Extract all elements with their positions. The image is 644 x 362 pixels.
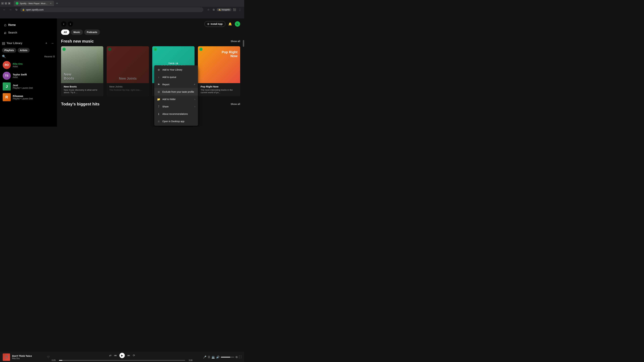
new-boots-card[interactable]: ♫ NewBoots New Boots New musi [61, 46, 103, 96]
new-joints-desc: The freshest hip-hop, right now... [109, 89, 146, 91]
fresh-music-section: Fresh new music Show all ♫ NewBoots [57, 36, 244, 99]
rita-ora-meta: Artist [13, 65, 54, 68]
tab-close-button[interactable]: ✕ [49, 2, 52, 5]
forward-nav-button[interactable]: › [68, 21, 73, 27]
context-menu-about[interactable]: ℹ About recommendations [154, 110, 198, 118]
context-menu-add-queue[interactable]: ↓ Add to queue [154, 73, 198, 81]
url-bar[interactable]: 🔒 open.spotify.com [20, 7, 203, 12]
external-link-icon: ↗ [194, 83, 195, 86]
filter-pills-bar: All Music Podcasts [57, 27, 244, 36]
library-item-taylor-swift[interactable]: TS Taylor Swift Artist [1, 70, 56, 81]
todays-biggest-show-all[interactable]: Show all [230, 103, 240, 105]
fresh-music-show-all[interactable]: Show all [230, 40, 240, 42]
sidebar-item-home[interactable]: ⌂ Home [2, 21, 55, 29]
artists-filter-tab[interactable]: Artists [18, 48, 30, 53]
report-icon: ⚑ [157, 83, 160, 86]
extensions-button[interactable]: ⬛ [232, 7, 237, 12]
lock-icon: 🔒 [22, 8, 25, 11]
context-menu-exclude-taste[interactable]: ⊖ Exclude from your taste profile [154, 88, 198, 95]
library-item-just[interactable]: J Just Playlist • Lauren Deli [1, 81, 56, 92]
browser-tab[interactable]: Spotify - Web Player: Music for... ✕ [14, 1, 54, 6]
new-joints-info: New Joints The freshest hip-hop, right n… [107, 83, 149, 94]
share-label: Share [162, 105, 192, 108]
context-menu-add-folder[interactable]: 📁 Add to folder › [154, 95, 198, 103]
sidebar-item-search[interactable]: ⌕ Search [2, 29, 55, 36]
pop-right-now-art: ♫ Pop RightNow [198, 46, 240, 83]
context-menu-share[interactable]: ⤴ Share › [154, 103, 198, 110]
browser-menu-button[interactable]: ⋮ [238, 7, 242, 12]
bookmark-button[interactable]: ☆ [206, 7, 211, 12]
tab-title: Spotify - Web Player: Music for... [20, 2, 48, 5]
app-container: ⌂ Home ⌕ Search ▤ Your Library + → Playl… [0, 18, 244, 127]
browser-actions: ☆ ⧉ 🕵 Incognito ⬛ ⋮ [206, 7, 242, 12]
incognito-icon: 🕵 [218, 8, 221, 11]
todays-biggest-header: Today's biggest hits Show all [61, 102, 240, 106]
new-boots-info: New Boots New music discovery is what we… [61, 83, 103, 96]
just-name: Just [13, 84, 54, 87]
new-joints-art: ♫ New Joints [107, 46, 149, 83]
incognito-label: Incognito [222, 8, 230, 11]
minimize-button[interactable]: – [1, 2, 4, 4]
install-app-button[interactable]: ⊙ Install App [204, 21, 226, 27]
tab-bar: Spotify - Web Player: Music for... ✕ + [12, 0, 61, 6]
filter-all-button[interactable]: All [61, 29, 70, 35]
fresh-music-header: Fresh new music Show all [61, 39, 240, 43]
library-header: ▤ Your Library + → [0, 39, 57, 47]
refresh-button[interactable]: ↻ [14, 7, 19, 12]
library-item-rita-ora[interactable]: RO Rita Ora Artist [1, 60, 56, 70]
just-info: Just Playlist • Lauren Deli [13, 84, 54, 89]
new-tab-button[interactable]: + [55, 1, 59, 6]
search-nav-icon: ⌕ [4, 30, 6, 35]
sidebar-home-label: Home [8, 23, 16, 26]
just-meta: Playlist • Lauren Deli [13, 87, 54, 89]
exclude-taste-icon: ⊖ [157, 90, 160, 93]
expand-library-button[interactable]: → [50, 40, 55, 46]
back-button[interactable]: ← [2, 7, 7, 12]
new-joints-name: New Joints [109, 85, 146, 88]
scrollbar-thumb[interactable] [243, 40, 244, 47]
taylor-swift-meta: Artist [13, 76, 54, 78]
share-icon: ⤴ [157, 105, 160, 108]
main-scrollbar[interactable] [243, 18, 244, 127]
new-joints-card[interactable]: ♫ New Joints New Joints The freshest hip… [107, 46, 149, 96]
filter-podcasts-button[interactable]: Podcasts [84, 29, 100, 35]
context-menu-report[interactable]: ⚑ Report ↗ [154, 81, 198, 88]
close-button[interactable]: ✕ [8, 2, 10, 4]
context-menu-add-library[interactable]: ⊕ Add to Your Library [154, 66, 198, 73]
forward-button[interactable]: → [8, 7, 13, 12]
report-label: Report [162, 83, 192, 86]
back-nav-button[interactable]: ‹ [61, 21, 66, 27]
address-bar: ← → ↻ 🔒 open.spotify.com ☆ ⧉ 🕵 Incognito… [0, 7, 244, 13]
search-sort-bar: 🔍 Recents ☰ [0, 54, 57, 60]
rita-ora-info: Rita Ora Artist [13, 62, 54, 68]
maximize-button[interactable]: □ [5, 2, 7, 4]
new-boots-image: ♫ NewBoots [61, 46, 103, 83]
browser-chrome: – □ ✕ Spotify - Web Player: Music for...… [0, 0, 244, 18]
open-desktop-icon: ♫ [157, 120, 160, 123]
pop-right-now-info: Pop Right Now The most interesting track… [198, 83, 240, 96]
context-menu-open-desktop[interactable]: ♫ Open in Desktop app [154, 118, 198, 125]
sidebar-search-label: Search [8, 31, 17, 34]
filter-music-button[interactable]: Music [71, 29, 83, 35]
notifications-button[interactable]: 🔔 [228, 21, 233, 27]
ritaaaaa-name: Ritaaaaa [13, 94, 54, 97]
split-screen-button[interactable]: ⧉ [211, 7, 216, 12]
pop-right-now-spotify-badge: ♫ [199, 48, 202, 51]
sidebar-nav: ⌂ Home ⌕ Search [0, 18, 57, 39]
ritaaaaa-meta: Playlist • Lauren Deli [13, 97, 54, 100]
main-header: ‹ › ⊙ Install App 🔔 L [57, 18, 244, 27]
taylor-swift-info: Taylor Swift Artist [13, 73, 54, 78]
pop-right-now-card[interactable]: ♫ Pop RightNow Pop Right Now The most in… [198, 46, 240, 96]
library-search-button[interactable]: 🔍 [2, 55, 6, 58]
library-title-button[interactable]: ▤ Your Library [2, 41, 42, 45]
url-text: open.spotify.com [26, 8, 44, 11]
window-controls: – □ ✕ [1, 2, 10, 4]
sort-icon: ☰ [53, 55, 55, 58]
add-queue-icon: ↓ [157, 75, 160, 79]
user-avatar[interactable]: L [235, 21, 240, 27]
playlists-filter-tab[interactable]: Playlists [2, 48, 16, 53]
fresh-music-title: Fresh new music [61, 39, 94, 43]
sort-button[interactable]: Recents ☰ [44, 55, 55, 58]
add-library-button[interactable]: + [44, 40, 49, 46]
library-item-ritaaaaa[interactable]: R Ritaaaaa Playlist • Lauren Deli [1, 92, 56, 103]
